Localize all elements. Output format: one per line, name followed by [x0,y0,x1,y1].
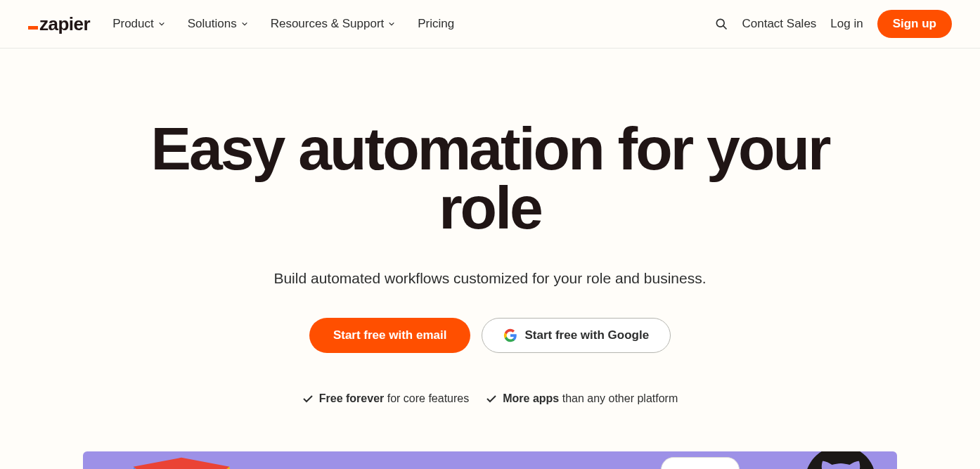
signup-button[interactable]: Sign up [877,10,952,38]
check-icon [302,393,314,404]
search-icon[interactable] [714,17,728,31]
hero-subtitle: Build automated workflows customized for… [28,270,952,287]
features-row: Free forever for core features More apps… [28,392,952,405]
google-icon [503,328,517,342]
cta-row: Start free with email Start free with Go… [28,318,952,353]
nav-label: Resources & Support [271,17,385,31]
google-button-label: Start free with Google [524,328,649,342]
hero-title: Easy automation for your role [138,119,842,238]
feature-free: Free forever for core features [302,392,469,405]
chevron-down-icon [388,20,395,27]
site-header: zapier Product Solutions Resources & Sup… [0,0,980,49]
github-icon [785,451,897,469]
feature-bold: Free forever [319,392,385,404]
check-icon [486,393,497,404]
nav-label: Product [112,17,154,31]
header-left: zapier Product Solutions Resources & Sup… [28,13,454,35]
login-link[interactable]: Log in [830,17,863,31]
app-card-facebook [661,457,740,469]
logo[interactable]: zapier [28,13,90,35]
feature-rest: for core features [384,392,469,404]
header-right: Contact Sales Log in Sign up [714,10,953,38]
svg-line-1 [723,26,726,30]
logo-underscore-icon [28,26,38,30]
contact-sales-link[interactable]: Contact Sales [742,17,817,31]
nav-pricing[interactable]: Pricing [418,17,454,31]
logo-text: zapier [39,13,90,35]
feature-apps: More apps than any other platform [486,392,678,405]
nav-label: Pricing [418,17,454,31]
nav-label: Solutions [188,17,237,31]
chevron-down-icon [241,20,248,27]
gmail-icon [118,451,245,469]
feature-rest: than any other platform [559,392,678,404]
nav-solutions[interactable]: Solutions [188,17,248,31]
nav-resources[interactable]: Resources & Support [271,17,396,31]
start-free-email-button[interactable]: Start free with email [309,318,471,353]
feature-bold: More apps [503,392,559,404]
app-scroller [83,451,897,469]
svg-point-0 [716,19,724,27]
nav-product[interactable]: Product [112,17,165,31]
chevron-down-icon [158,20,165,27]
main-nav: Product Solutions Resources & Support Pr… [112,17,454,31]
start-free-google-button[interactable]: Start free with Google [482,318,671,353]
hero-section: Easy automation for your role Build auto… [0,49,980,433]
